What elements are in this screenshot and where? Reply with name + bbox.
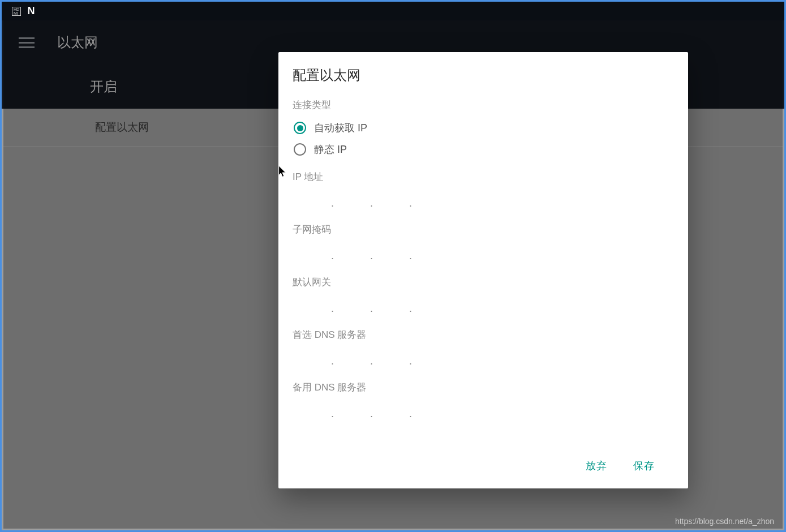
subnet-mask-label: 子网掩码 xyxy=(293,223,674,236)
gateway-octet-1[interactable] xyxy=(298,294,328,316)
dialog-actions: 放弃 保存 xyxy=(293,447,674,488)
dns-primary-octet-3[interactable] xyxy=(376,347,406,368)
dot-separator: . xyxy=(328,303,337,315)
dot-separator: . xyxy=(367,303,376,315)
dns-primary-octet-1[interactable] xyxy=(298,347,328,368)
radio-auto-ip[interactable]: 自动获取 IP xyxy=(293,117,674,139)
configure-ethernet-label: 配置以太网 xyxy=(95,120,149,135)
dot-separator: . xyxy=(328,250,337,262)
gateway-label: 默认网关 xyxy=(293,276,674,289)
subnet-mask-input-row: . . . xyxy=(293,239,674,265)
subnet-mask-octet-3[interactable] xyxy=(376,242,406,263)
connection-type-label: 连接类型 xyxy=(293,98,674,111)
page-title: 以太网 xyxy=(57,33,98,52)
gateway-input-row: . . . xyxy=(293,292,674,318)
window-frame: HDMI N 以太网 开启 配置以太网 配置以太网 连接类型 自动获取 IP 静… xyxy=(0,0,786,532)
dot-separator: . xyxy=(328,198,337,209)
cancel-button[interactable]: 放弃 xyxy=(581,454,612,477)
toggle-label: 开启 xyxy=(90,78,117,96)
save-button[interactable]: 保存 xyxy=(629,454,659,477)
dns-secondary-octet-4[interactable] xyxy=(415,400,445,421)
dns-secondary-label: 备用 DNS 服务器 xyxy=(293,381,674,394)
gateway-block: 默认网关 . . . xyxy=(293,276,674,318)
dns-secondary-input-row: . . . xyxy=(293,397,674,423)
radio-checked-icon xyxy=(294,122,306,134)
radio-static-ip[interactable]: 静态 IP xyxy=(293,139,674,160)
dot-separator: . xyxy=(406,355,415,367)
dns-primary-octet-2[interactable] xyxy=(337,347,367,368)
dns-secondary-octet-3[interactable] xyxy=(376,400,406,421)
dot-separator: . xyxy=(328,408,337,420)
dns-primary-block: 首选 DNS 服务器 . . . xyxy=(293,328,674,371)
ip-address-octet-4[interactable] xyxy=(415,189,445,211)
dot-separator: . xyxy=(367,355,376,367)
dns-secondary-octet-2[interactable] xyxy=(337,400,367,421)
ip-address-octet-2[interactable] xyxy=(337,189,367,211)
gateway-octet-2[interactable] xyxy=(337,294,367,316)
dns-secondary-block: 备用 DNS 服务器 . . . xyxy=(293,381,674,423)
subnet-mask-octet-2[interactable] xyxy=(337,242,367,263)
radio-auto-label: 自动获取 IP xyxy=(314,121,367,135)
subnet-mask-block: 子网掩码 . . . xyxy=(293,223,674,265)
radio-unchecked-icon xyxy=(294,143,306,156)
dns-primary-octet-4[interactable] xyxy=(415,347,445,368)
ip-address-input-row: . . . xyxy=(293,187,674,213)
dns-primary-label: 首选 DNS 服务器 xyxy=(293,328,674,341)
dot-separator: . xyxy=(406,408,415,420)
gateway-octet-3[interactable] xyxy=(376,294,406,316)
ip-address-block: IP 地址 . . . xyxy=(293,170,674,213)
dot-separator: . xyxy=(367,198,376,209)
configure-ethernet-dialog: 配置以太网 连接类型 自动获取 IP 静态 IP IP 地址 . . . xyxy=(278,52,688,488)
dot-separator: . xyxy=(406,198,415,209)
n-icon: N xyxy=(27,7,36,16)
dot-separator: . xyxy=(406,250,415,262)
hamburger-menu-icon[interactable] xyxy=(19,35,35,50)
dns-primary-input-row: . . . xyxy=(293,345,674,371)
ip-address-label: IP 地址 xyxy=(293,170,674,183)
dot-separator: . xyxy=(367,408,376,420)
dns-secondary-octet-1[interactable] xyxy=(298,400,328,421)
radio-static-label: 静态 IP xyxy=(314,143,347,156)
dialog-title: 配置以太网 xyxy=(293,66,674,84)
ip-address-octet-1[interactable] xyxy=(298,189,328,211)
subnet-mask-octet-1[interactable] xyxy=(298,242,328,263)
watermark-text: https://blog.csdn.net/a_zhon xyxy=(675,517,774,526)
dot-separator: . xyxy=(328,355,337,367)
ip-address-octet-3[interactable] xyxy=(376,189,406,211)
dot-separator: . xyxy=(406,303,415,315)
hdmi-icon: HDMI xyxy=(12,7,21,16)
dot-separator: . xyxy=(367,250,376,262)
subnet-mask-octet-4[interactable] xyxy=(415,242,445,263)
gateway-octet-4[interactable] xyxy=(415,294,445,316)
status-bar: HDMI N xyxy=(2,2,784,20)
